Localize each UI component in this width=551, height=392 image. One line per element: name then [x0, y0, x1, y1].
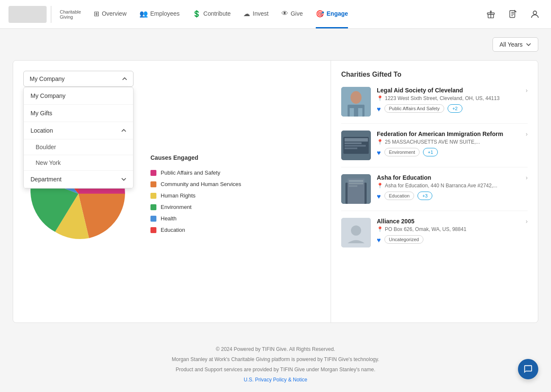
charity-tags-legal-aid: ♥ Public Affairs And Safety +2 [377, 104, 528, 113]
charity-info-fair: Federation for American Immigration Refo… [377, 131, 528, 157]
footer-line3: Product and Support services are provide… [8, 364, 543, 375]
charity-img-legal-aid [341, 87, 371, 117]
charity-item-alliance[interactable]: Alliance 2005 › 📍 PO Box 626, Omak, WA, … [341, 218, 528, 254]
legend-dot-1 [150, 181, 156, 187]
overview-icon: ⊞ [94, 10, 99, 18]
svg-point-3 [533, 11, 537, 14]
charity-img-fair [341, 131, 371, 160]
legend-dot-0 [150, 170, 156, 176]
nav-contribute-label: Contribute [203, 10, 231, 17]
charity-img-svg-1 [341, 87, 371, 117]
charity-name-legal-aid: Legal Aid Society of Cleveland [377, 87, 463, 94]
invest-icon: ☁ [243, 10, 250, 18]
location-chevron-up-icon [121, 129, 126, 132]
user-icon-btn[interactable] [527, 7, 543, 22]
location-pin-icon-4: 📍 [377, 226, 383, 232]
chat-icon [523, 364, 533, 374]
main-nav: ⊞ Overview 👥 Employees 💲 Contribute ☁ In… [94, 0, 483, 28]
document-icon-btn[interactable] [505, 7, 520, 22]
filter-dropdown-trigger[interactable]: My Company [23, 71, 134, 87]
dropdown-section-location[interactable]: Location [24, 122, 133, 139]
charity-address-legal-aid: 📍 1223 West Sixth Street, Cleveland, OH,… [377, 95, 528, 101]
charity-address-alliance: 📍 PO Box 626, Omak, WA, US, 98841 [377, 226, 528, 232]
header-brand: Charitable Giving [60, 9, 81, 19]
svg-rect-14 [345, 147, 357, 149]
legend-dot-4 [150, 216, 156, 222]
dropdown-item-new-york[interactable]: New York [24, 155, 133, 171]
chart-title: Causes Engaged [150, 154, 241, 161]
chart-legend: Causes Engaged Public Affairs and Safety… [150, 154, 241, 233]
tag-plus-2[interactable]: +1 [423, 148, 438, 156]
charity-header-alliance: Alliance 2005 › [377, 218, 528, 225]
svg-rect-7 [350, 108, 354, 117]
legend-dot-3 [150, 204, 156, 210]
tag-environment: Environment [384, 148, 420, 156]
dropdown-item-my-company[interactable]: My Company [24, 87, 133, 105]
legend-dot-5 [150, 227, 156, 233]
nav-overview[interactable]: ⊞ Overview [94, 0, 126, 28]
heart-icon-3[interactable]: ♥ [377, 193, 381, 200]
footer-line1: © 2024 Powered by TIFIN Give. All Rights… [8, 344, 543, 354]
nav-contribute[interactable]: 💲 Contribute [192, 0, 231, 28]
charity-chevron-1: › [526, 87, 528, 94]
gift-icon-btn[interactable] [483, 7, 498, 22]
nav-overview-label: Overview [102, 10, 126, 17]
charity-tags-asha: ♥ Education +3 [377, 191, 528, 200]
legend-dot-2 [150, 193, 156, 199]
charity-chevron-4: › [526, 218, 528, 225]
tag-plus-3[interactable]: +3 [417, 192, 432, 200]
main-card: My Company My Company My Gifts Location [13, 60, 538, 323]
legend-item-5: Education [150, 227, 241, 233]
nav-invest[interactable]: ☁ Invest [243, 0, 268, 28]
dropdown-item-my-gifts[interactable]: My Gifts [24, 105, 133, 122]
employees-icon: 👥 [139, 10, 148, 18]
charity-item-legal-aid[interactable]: Legal Aid Society of Cleveland › 📍 1223 … [341, 87, 528, 124]
left-panel: My Company My Company My Gifts Location [13, 61, 331, 322]
tag-plus-1[interactable]: +2 [448, 104, 462, 113]
heart-icon-4[interactable]: ♥ [377, 236, 381, 244]
filter-dropdown-wrapper: My Company My Company My Gifts Location [23, 71, 134, 87]
charity-chevron-2: › [526, 131, 528, 137]
dropdown-item-boulder[interactable]: Boulder [24, 139, 133, 155]
legend-label-2: Human Rights [161, 192, 195, 199]
legend-label-5: Education [161, 227, 185, 233]
svg-point-22 [351, 225, 361, 236]
location-pin-icon-3: 📍 [377, 183, 383, 189]
nav-employees-label: Employees [150, 10, 180, 17]
charity-list: Legal Aid Society of Cleveland › 📍 1223 … [341, 87, 528, 254]
tag-public-affairs: Public Affairs And Safety [384, 104, 445, 113]
nav-invest-label: Invest [253, 10, 268, 17]
legend-label-3: Environment [161, 204, 192, 210]
location-pin-icon-2: 📍 [377, 139, 383, 145]
legend-label-1: Community and Human Services [161, 181, 241, 187]
charity-item-asha[interactable]: Asha for Education › 📍 Asha for Educatio… [341, 174, 528, 211]
brand-line1: Charitable [60, 9, 81, 14]
header-divider [51, 6, 51, 23]
dropdown-section-department[interactable]: Department [24, 171, 133, 188]
charity-chevron-3: › [526, 174, 528, 181]
nav-give[interactable]: 👁 Give [281, 0, 303, 28]
engage-icon: 🎯 [316, 10, 324, 18]
footer-line2: Morgan Stanley at Work's Charitable Givi… [8, 354, 543, 364]
legend-item-0: Public Affairs and Safety [150, 170, 241, 176]
location-pin-icon-1: 📍 [377, 95, 383, 101]
charity-tags-alliance: ♥ Uncategorized [377, 235, 528, 244]
nav-give-label: Give [291, 10, 303, 17]
svg-rect-12 [345, 142, 362, 144]
charity-img-alliance [341, 218, 371, 247]
year-filter-button[interactable]: All Years [493, 37, 538, 52]
charity-item-fair[interactable]: Federation for American Immigration Refo… [341, 131, 528, 167]
charity-header-fair: Federation for American Immigration Refo… [377, 131, 528, 137]
charity-img-asha [341, 174, 371, 204]
privacy-link[interactable]: U.S. Privacy Policy & Notice [244, 377, 307, 383]
year-filter-label: All Years [500, 41, 523, 48]
contribute-icon: 💲 [192, 10, 201, 18]
nav-engage[interactable]: 🎯 Engage [316, 0, 348, 28]
svg-rect-19 [349, 183, 363, 184]
heart-icon-2[interactable]: ♥ [377, 149, 381, 157]
heart-icon-1[interactable]: ♥ [377, 106, 381, 113]
chat-button[interactable] [518, 359, 538, 379]
legend-item-2: Human Rights [150, 192, 241, 199]
nav-employees[interactable]: 👥 Employees [139, 0, 180, 28]
footer: © 2024 Powered by TIFIN Give. All Rights… [0, 331, 551, 392]
